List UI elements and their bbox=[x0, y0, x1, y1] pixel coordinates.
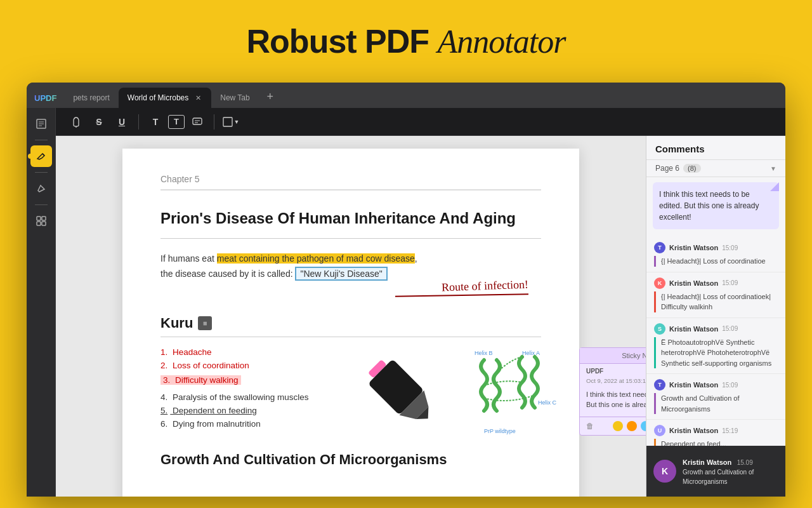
toolbar-underline-btn[interactable]: U bbox=[112, 112, 132, 132]
toolbar: S U T T ▼ bbox=[56, 108, 785, 136]
section-growth-title: Growth And Cultivation Of Microorganisms bbox=[160, 451, 541, 468]
tab-world-of-microbes[interactable]: World of Microbes ✕ bbox=[119, 88, 211, 108]
molecular-svg: Helix B Helix A Helix C PrP wildtype bbox=[465, 347, 566, 436]
highlight-mad-cow: meat containing the pathogen of mad cow … bbox=[217, 253, 415, 264]
bottom-card: K Kristin Watson 15.09 Growth and Cultiv… bbox=[646, 446, 785, 497]
route-annotation: Route of infection! bbox=[442, 277, 529, 294]
comment-item-4: T Kristin Watson 15:09 Growth and Cultiv… bbox=[646, 374, 785, 420]
title-annotator: Annotator bbox=[438, 23, 566, 60]
comment-meta-3: S Kristin Watson 15:09 bbox=[654, 323, 778, 335]
comment-text-4: Growth and Cultivation of Microorganisms bbox=[654, 393, 778, 414]
highlighter-svg bbox=[360, 352, 443, 434]
sidebar-btn-pages[interactable] bbox=[30, 113, 52, 135]
svg-rect-10 bbox=[193, 118, 202, 124]
comment-author-5: Kristin Watson bbox=[669, 427, 718, 434]
bottom-card-time: 15.09 bbox=[737, 459, 753, 466]
comment-count: (8) bbox=[683, 164, 700, 173]
svg-text:Helix A: Helix A bbox=[522, 350, 540, 356]
symptoms-list: 1. Headache 2. Loss of coordination 3. D… bbox=[160, 347, 338, 439]
kuru-divider bbox=[160, 337, 541, 337]
toolbar-pen-btn[interactable] bbox=[66, 112, 86, 132]
bottom-card-name: Kristin Watson bbox=[683, 458, 731, 466]
comment-meta-1: T Kristin Watson 15:09 bbox=[654, 242, 778, 253]
toolbar-strikethrough-btn[interactable]: S bbox=[89, 112, 109, 132]
sidebar-btn-organize[interactable] bbox=[30, 210, 52, 232]
comment-avatar-5: U bbox=[654, 425, 665, 436]
pdf-page: Chapter 5 Prion's Disease Of Human Inher… bbox=[122, 149, 579, 497]
bottom-card-name-time: Kristin Watson 15.09 bbox=[683, 456, 778, 467]
tab-new-tab[interactable]: New Tab bbox=[211, 88, 258, 108]
sidebar-btn-annotate[interactable] bbox=[30, 145, 52, 167]
sidebar-divider-1 bbox=[35, 140, 48, 140]
svg-line-4 bbox=[43, 154, 44, 156]
sidebar-divider-3 bbox=[35, 204, 48, 205]
paragraph-1: If humans eat meat containing the pathog… bbox=[160, 251, 541, 282]
molecular-area: Helix B Helix A Helix C PrP wildtype bbox=[465, 347, 566, 439]
title-robust: Robust PDF bbox=[247, 23, 438, 60]
comment-avatar-4: T bbox=[654, 379, 665, 391]
new-tab-button[interactable]: + bbox=[261, 88, 279, 105]
page-indicator: Page 6 (8) ▼ bbox=[646, 160, 785, 177]
toolbar-sep-2 bbox=[214, 114, 214, 130]
svg-rect-13 bbox=[223, 117, 232, 126]
bottom-card-info: Kristin Watson 15.09 Growth and Cultivat… bbox=[683, 456, 778, 486]
chapter-divider bbox=[160, 189, 541, 190]
comment-fold-corner bbox=[770, 182, 779, 191]
sticky-trash-icon[interactable]: 🗑 bbox=[586, 422, 594, 431]
svg-rect-7 bbox=[37, 222, 41, 225]
sticky-note-area: Sticky Note UPDF Oct 9, 2022 at 15:03:12… bbox=[579, 347, 646, 439]
pdf-viewer[interactable]: Chapter 5 Prion's Disease Of Human Inher… bbox=[56, 136, 646, 497]
tab-new-tab-label: New Tab bbox=[220, 93, 249, 102]
svg-rect-6 bbox=[42, 217, 46, 220]
comments-panel: Comments Page 6 (8) ▼ I think this text … bbox=[646, 136, 785, 497]
sticky-note: Sticky Note UPDF Oct 9, 2022 at 15:03:12… bbox=[579, 347, 646, 436]
left-sidebar bbox=[27, 108, 56, 497]
toolbar-comment-btn[interactable] bbox=[187, 112, 207, 132]
sticky-note-app: UPDF bbox=[580, 364, 646, 377]
page-expand-icon[interactable]: ▼ bbox=[770, 165, 776, 172]
tab-world-of-microbes-label: World of Microbes bbox=[128, 93, 188, 102]
color-blue[interactable] bbox=[641, 421, 646, 431]
comment-time-5: 15:19 bbox=[722, 427, 738, 434]
sidebar-btn-edit[interactable] bbox=[30, 178, 52, 199]
comment-avatar-1: T bbox=[654, 242, 665, 253]
comment-time-1: 15:09 bbox=[722, 244, 738, 251]
svg-text:PrP wildtype: PrP wildtype bbox=[484, 428, 516, 434]
sidebar-divider-2 bbox=[35, 172, 48, 173]
active-comment: I think this text needs to be edited. Bu… bbox=[653, 182, 779, 229]
list-item-1: 1. Headache bbox=[160, 347, 338, 357]
toolbar-text-btn[interactable]: T bbox=[145, 112, 166, 132]
list-item-5: 5. Dependent on feeding bbox=[160, 406, 338, 415]
section-kuru-title: Kuru ≡ bbox=[160, 315, 541, 331]
tab-pets-report-label: pets report bbox=[73, 93, 109, 102]
tab-close-icon[interactable]: ✕ bbox=[193, 93, 202, 102]
toolbar-textbox-btn[interactable]: T bbox=[168, 115, 185, 129]
toolbar-shape-btn[interactable]: ▼ bbox=[221, 112, 241, 132]
comment-item-3: S Kristin Watson 15:09 Ë PhotoautotrophV… bbox=[646, 318, 785, 375]
comment-author-2: Kristin Watson bbox=[669, 279, 718, 287]
title-divider bbox=[160, 238, 541, 239]
window-body: S U T T ▼ bbox=[27, 108, 785, 497]
comment-avatar-2: K bbox=[654, 277, 665, 289]
color-orange[interactable] bbox=[627, 421, 637, 431]
comment-author-4: Kristin Watson bbox=[669, 381, 718, 389]
tab-pets-report[interactable]: pets report bbox=[64, 88, 118, 108]
color-yellow[interactable] bbox=[613, 421, 623, 431]
comment-author-3: Kristin Watson bbox=[669, 325, 718, 333]
sticky-note-actions: 🗑 bbox=[580, 417, 646, 435]
sticky-note-date: Oct 9, 2022 at 15:03:12 bbox=[580, 377, 646, 387]
sticky-note-header: Sticky Note bbox=[580, 348, 646, 364]
toolbar-sep-1 bbox=[138, 114, 139, 130]
bottom-card-avatar: K bbox=[653, 460, 676, 483]
comment-text-1: {| Headacht}| Loss of coordinatioe bbox=[654, 256, 778, 267]
page-label: Page 6 bbox=[655, 164, 679, 173]
svg-rect-8 bbox=[42, 222, 46, 225]
comment-meta-4: T Kristin Watson 15:09 bbox=[654, 379, 778, 391]
quote-new-kuji: "New Kuji's Disease" bbox=[295, 267, 387, 281]
app-title: Robust PDF Annotator bbox=[247, 22, 566, 60]
updf-logo: UPDF bbox=[32, 93, 64, 108]
updf-logo-text: UPDF bbox=[34, 93, 56, 103]
comment-item-2: K Kristin Watson 15:09 {| Headacht}| Los… bbox=[646, 272, 785, 318]
doc-title: Prion's Disease Of Human Inheritance And… bbox=[160, 208, 541, 228]
main-window: UPDF pets report World of Microbes ✕ New… bbox=[27, 83, 785, 497]
